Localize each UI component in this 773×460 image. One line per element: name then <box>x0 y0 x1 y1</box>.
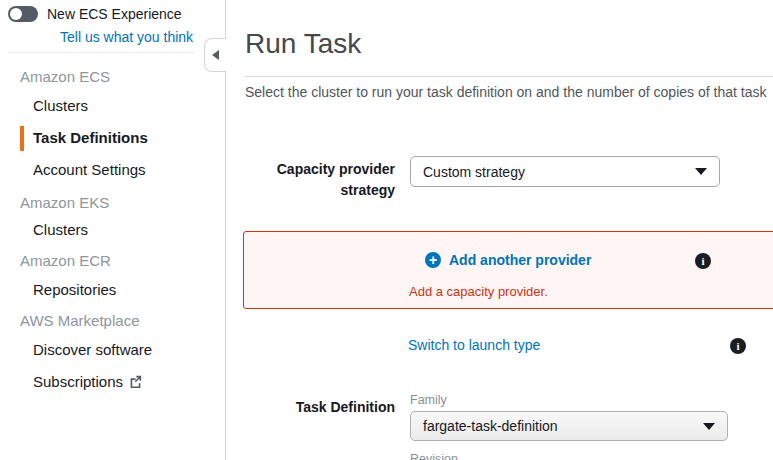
sidebar-item-discover-software[interactable]: Discover software <box>33 341 152 358</box>
sidebar-item-eks-clusters[interactable]: Clusters <box>33 221 88 238</box>
switch-to-launch-type-link[interactable]: Switch to launch type <box>408 337 540 353</box>
task-definition-label: Task Definition <box>245 397 395 418</box>
add-another-provider-button[interactable]: + Add another provider <box>425 252 591 268</box>
sidebar-item-subscriptions[interactable]: Subscriptions <box>33 373 142 391</box>
section-header-aws-marketplace: AWS Marketplace <box>20 312 139 329</box>
caret-down-icon <box>703 423 715 430</box>
main-content: Run Task Select the cluster to run your … <box>226 0 773 460</box>
new-ecs-experience-toggle[interactable] <box>8 6 38 22</box>
chevron-left-icon <box>212 50 219 60</box>
title-divider <box>245 76 773 77</box>
sidebar-item-account-settings[interactable]: Account Settings <box>33 161 146 178</box>
revision-label: Revision <box>410 452 458 460</box>
collapse-sidebar-button[interactable] <box>204 38 226 72</box>
new-ecs-experience-label: New ECS Experience <box>47 6 182 22</box>
select-value: fargate-task-definition <box>423 418 558 434</box>
info-icon[interactable]: i <box>730 338 746 354</box>
add-another-provider-label: Add another provider <box>449 252 591 268</box>
ecs-run-task-page: New ECS Experience Tell us what you thin… <box>0 0 773 460</box>
sidebar-item-repositories[interactable]: Repositories <box>33 281 116 298</box>
capacity-provider-error-box: + Add another provider i Add a capacity … <box>243 231 773 309</box>
caret-down-icon <box>695 168 707 175</box>
capacity-provider-error-message: Add a capacity provider. <box>409 284 548 299</box>
sidebar: New ECS Experience Tell us what you thin… <box>0 0 226 460</box>
section-header-amazon-eks: Amazon EKS <box>20 194 109 211</box>
external-link-icon <box>129 374 142 391</box>
family-label: Family <box>410 393 447 407</box>
add-icon: + <box>425 252 441 268</box>
toggle-knob <box>10 8 22 20</box>
section-header-amazon-ecr: Amazon ECR <box>20 252 111 269</box>
sidebar-item-label: Subscriptions <box>33 373 123 390</box>
active-item-indicator <box>20 126 24 151</box>
task-definition-family-select[interactable]: fargate-task-definition <box>410 411 728 441</box>
capacity-provider-strategy-label: Capacity provider strategy <box>245 159 395 201</box>
feedback-link[interactable]: Tell us what you think <box>60 29 193 45</box>
page-title: Run Task <box>245 28 361 60</box>
sidebar-divider <box>8 52 195 53</box>
capacity-provider-strategy-select[interactable]: Custom strategy <box>410 156 720 187</box>
sidebar-item-task-definitions[interactable]: Task Definitions <box>33 129 148 146</box>
page-description: Select the cluster to run your task defi… <box>245 84 773 100</box>
info-icon[interactable]: i <box>695 253 711 269</box>
sidebar-item-ecs-clusters[interactable]: Clusters <box>33 97 88 114</box>
section-header-amazon-ecs: Amazon ECS <box>20 68 110 85</box>
select-value: Custom strategy <box>423 164 525 180</box>
